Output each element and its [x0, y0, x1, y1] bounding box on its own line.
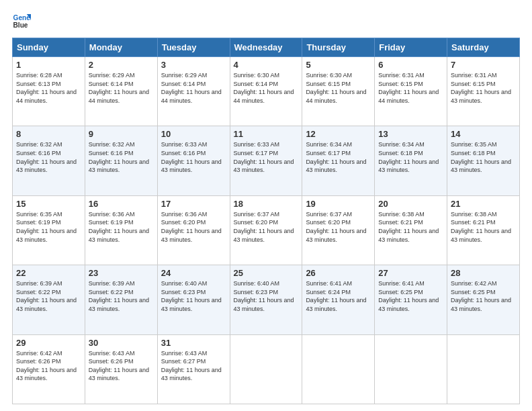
cell-sunset: Sunset: 6:14 PM [89, 81, 134, 87]
cell-sunset: Sunset: 6:19 PM [89, 219, 134, 226]
day-number: 27 [378, 268, 443, 278]
cell-sunset: Sunset: 6:25 PM [451, 289, 496, 295]
calendar-cell: 28 Sunrise: 6:42 AM Sunset: 6:25 PM Dayl… [447, 265, 520, 334]
cell-sunset: Sunset: 6:20 PM [234, 219, 279, 226]
weekday-header-wednesday: Wednesday [230, 38, 302, 57]
cell-sunset: Sunset: 6:22 PM [89, 289, 134, 295]
day-number: 3 [161, 60, 226, 70]
cell-daylight: Daylight: 11 hours and 43 minutes. [378, 228, 439, 243]
weekday-header-tuesday: Tuesday [157, 38, 230, 57]
calendar-cell: 4 Sunrise: 6:30 AM Sunset: 6:14 PM Dayli… [230, 57, 302, 126]
day-number: 5 [306, 60, 371, 70]
cell-daylight: Daylight: 11 hours and 43 minutes. [161, 228, 222, 243]
calendar-cell: 30 Sunrise: 6:43 AM Sunset: 6:26 PM Dayl… [85, 334, 157, 404]
calendar-cell: 5 Sunrise: 6:30 AM Sunset: 6:15 PM Dayli… [302, 57, 375, 126]
day-number: 15 [16, 199, 81, 209]
day-number: 19 [306, 199, 371, 209]
cell-sunrise: Sunrise: 6:36 AM [89, 211, 135, 218]
cell-daylight: Daylight: 11 hours and 43 minutes. [234, 158, 294, 174]
day-number: 10 [161, 129, 226, 139]
day-number: 31 [161, 338, 226, 348]
cell-sunrise: Sunrise: 6:39 AM [89, 280, 135, 287]
cell-sunrise: Sunrise: 6:37 AM [234, 211, 280, 218]
calendar-cell: 18 Sunrise: 6:37 AM Sunset: 6:20 PM Dayl… [230, 195, 302, 265]
logo: General Blue [12, 12, 34, 31]
calendar-body: 1 Sunrise: 6:28 AM Sunset: 6:13 PM Dayli… [13, 57, 520, 404]
cell-daylight: Daylight: 11 hours and 43 minutes. [161, 297, 222, 312]
calendar-cell: 20 Sunrise: 6:38 AM Sunset: 6:21 PM Dayl… [375, 195, 447, 265]
day-number: 11 [234, 129, 299, 139]
cell-sunset: Sunset: 6:25 PM [378, 289, 423, 295]
calendar-cell: 7 Sunrise: 6:31 AM Sunset: 6:15 PM Dayli… [447, 57, 520, 126]
cell-sunset: Sunset: 6:18 PM [378, 150, 423, 156]
cell-daylight: Daylight: 11 hours and 43 minutes. [89, 228, 149, 243]
cell-daylight: Daylight: 11 hours and 43 minutes. [89, 158, 149, 174]
cell-daylight: Daylight: 11 hours and 43 minutes. [451, 297, 511, 312]
calendar-week-1: 1 Sunrise: 6:28 AM Sunset: 6:13 PM Dayli… [13, 57, 520, 126]
weekday-header-sunday: Sunday [13, 38, 85, 57]
cell-sunset: Sunset: 6:16 PM [89, 150, 134, 156]
cell-sunset: Sunset: 6:17 PM [234, 150, 279, 156]
day-number: 18 [234, 199, 299, 209]
calendar-cell: 21 Sunrise: 6:38 AM Sunset: 6:21 PM Dayl… [447, 195, 520, 265]
day-number: 6 [378, 60, 443, 70]
cell-daylight: Daylight: 11 hours and 43 minutes. [306, 228, 366, 243]
weekday-header-saturday: Saturday [447, 38, 520, 57]
cell-sunrise: Sunrise: 6:29 AM [89, 72, 135, 79]
calendar-cell: 17 Sunrise: 6:36 AM Sunset: 6:20 PM Dayl… [157, 195, 230, 265]
cell-daylight: Daylight: 11 hours and 43 minutes. [161, 367, 222, 382]
cell-daylight: Daylight: 11 hours and 44 minutes. [16, 89, 77, 104]
cell-sunrise: Sunrise: 6:36 AM [161, 211, 208, 218]
cell-sunset: Sunset: 6:27 PM [161, 358, 206, 365]
day-number: 8 [16, 129, 81, 139]
weekday-header-thursday: Thursday [302, 38, 375, 57]
cell-sunset: Sunset: 6:20 PM [161, 219, 206, 226]
cell-sunrise: Sunrise: 6:33 AM [234, 141, 280, 148]
calendar-cell: 19 Sunrise: 6:37 AM Sunset: 6:20 PM Dayl… [302, 195, 375, 265]
day-number: 4 [234, 60, 299, 70]
cell-sunrise: Sunrise: 6:33 AM [161, 141, 208, 148]
cell-sunrise: Sunrise: 6:35 AM [451, 141, 497, 148]
cell-daylight: Daylight: 11 hours and 43 minutes. [89, 297, 149, 312]
cell-sunrise: Sunrise: 6:30 AM [234, 72, 280, 79]
calendar-cell: 12 Sunrise: 6:34 AM Sunset: 6:17 PM Dayl… [302, 126, 375, 195]
cell-sunrise: Sunrise: 6:32 AM [16, 141, 62, 148]
calendar-cell: 3 Sunrise: 6:29 AM Sunset: 6:14 PM Dayli… [157, 57, 230, 126]
cell-sunset: Sunset: 6:14 PM [234, 81, 279, 87]
calendar-cell [375, 334, 447, 404]
calendar-cell: 13 Sunrise: 6:34 AM Sunset: 6:18 PM Dayl… [375, 126, 447, 195]
cell-sunrise: Sunrise: 6:38 AM [451, 211, 497, 218]
cell-sunset: Sunset: 6:19 PM [16, 219, 61, 226]
cell-sunrise: Sunrise: 6:30 AM [306, 72, 352, 79]
calendar-cell: 16 Sunrise: 6:36 AM Sunset: 6:19 PM Dayl… [85, 195, 157, 265]
calendar-week-3: 15 Sunrise: 6:35 AM Sunset: 6:19 PM Dayl… [13, 195, 520, 265]
cell-sunrise: Sunrise: 6:42 AM [16, 350, 62, 357]
calendar-week-2: 8 Sunrise: 6:32 AM Sunset: 6:16 PM Dayli… [13, 126, 520, 195]
day-number: 17 [161, 199, 226, 209]
cell-sunrise: Sunrise: 6:39 AM [16, 280, 62, 287]
cell-sunrise: Sunrise: 6:41 AM [306, 280, 352, 287]
calendar-cell: 26 Sunrise: 6:41 AM Sunset: 6:24 PM Dayl… [302, 265, 375, 334]
cell-sunset: Sunset: 6:21 PM [378, 219, 423, 226]
cell-sunrise: Sunrise: 6:28 AM [16, 72, 62, 79]
cell-daylight: Daylight: 11 hours and 44 minutes. [161, 89, 222, 104]
cell-sunrise: Sunrise: 6:40 AM [161, 280, 208, 287]
calendar-week-5: 29 Sunrise: 6:42 AM Sunset: 6:26 PM Dayl… [13, 334, 520, 404]
calendar-cell [447, 334, 520, 404]
page: General Blue SundayMondayTuesdayWednesda… [0, 0, 532, 411]
day-number: 12 [306, 129, 371, 139]
cell-sunrise: Sunrise: 6:42 AM [451, 280, 497, 287]
cell-daylight: Daylight: 11 hours and 43 minutes. [378, 158, 439, 174]
header: General Blue [12, 12, 520, 31]
cell-daylight: Daylight: 11 hours and 44 minutes. [89, 89, 149, 104]
cell-sunset: Sunset: 6:15 PM [378, 81, 423, 87]
cell-daylight: Daylight: 11 hours and 43 minutes. [16, 297, 77, 312]
day-number: 1 [16, 60, 81, 70]
cell-daylight: Daylight: 11 hours and 43 minutes. [451, 228, 511, 243]
calendar-cell: 14 Sunrise: 6:35 AM Sunset: 6:18 PM Dayl… [447, 126, 520, 195]
cell-daylight: Daylight: 11 hours and 43 minutes. [89, 367, 149, 382]
cell-sunset: Sunset: 6:14 PM [161, 81, 206, 87]
calendar-cell: 10 Sunrise: 6:33 AM Sunset: 6:16 PM Dayl… [157, 126, 230, 195]
calendar-cell [230, 334, 302, 404]
calendar-cell: 31 Sunrise: 6:43 AM Sunset: 6:27 PM Dayl… [157, 334, 230, 404]
